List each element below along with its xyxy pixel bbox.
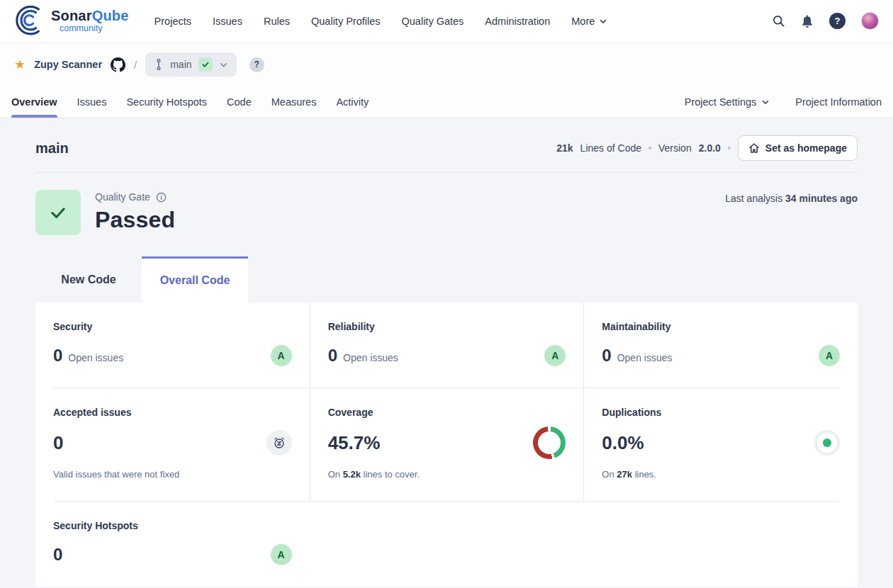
accepted-issues-count[interactable]: 0: [53, 432, 63, 454]
coverage-note: On 5.2k lines to cover.: [328, 469, 566, 480]
sonarqube-logo-icon: [14, 6, 45, 37]
version-label: Version: [658, 142, 692, 154]
lines-of-code-value: 21k: [556, 142, 573, 154]
coverage-metric: Coverage 45.7% On 5.2k lines to cover.: [310, 388, 584, 501]
tab-measures[interactable]: Measures: [271, 86, 317, 118]
nav-administration[interactable]: Administration: [485, 16, 550, 27]
set-as-homepage-button[interactable]: Set as homepage: [738, 135, 858, 161]
notifications-bell-icon[interactable]: [801, 15, 814, 28]
github-icon[interactable]: [111, 57, 125, 72]
version-value: 2.0.0: [699, 142, 721, 154]
chevron-down-icon: [599, 17, 607, 26]
nav-more[interactable]: More: [571, 16, 607, 27]
project-name-link[interactable]: Zupy Scanner: [34, 59, 102, 70]
tab-overview[interactable]: Overview: [11, 86, 57, 118]
branch-selector[interactable]: main: [145, 52, 236, 77]
security-metric: Security 0 Open issues A: [35, 303, 310, 388]
branch-help-icon[interactable]: ?: [249, 57, 264, 72]
duplications-metric: Duplications 0.0% On 27k lines.: [583, 388, 858, 501]
breadcrumb-separator: /: [134, 59, 137, 71]
sonarqube-logo[interactable]: SonarQube community: [14, 6, 129, 37]
quality-gate-passed-icon: [35, 190, 81, 235]
overall-code-panel: Security 0 Open issues A Reliability 0 O…: [35, 303, 858, 587]
maintainability-count-label: Open issues: [617, 352, 673, 363]
tab-overall-code[interactable]: Overall Code: [142, 256, 248, 303]
dot-separator: [728, 147, 731, 149]
nav-rules[interactable]: Rules: [264, 16, 290, 27]
last-analysis: Last analysis 34 minutes ago: [725, 193, 858, 204]
page-title: main: [35, 140, 69, 157]
duplications-note: On 27k lines.: [602, 469, 840, 480]
brand-name: SonarQube: [51, 9, 129, 23]
duplications-value[interactable]: 0.0%: [602, 432, 644, 454]
branch-icon: [154, 58, 164, 71]
security-hotspots-metric: Security Hotspots 0 A: [35, 502, 310, 587]
security-hotspots-rating-badge[interactable]: A: [271, 544, 292, 565]
dot-separator: [648, 147, 651, 149]
maintainability-title: Maintainability: [602, 321, 840, 332]
chevron-down-icon: [219, 60, 228, 69]
accepted-issues-title: Accepted issues: [53, 407, 292, 418]
security-hotspots-title: Security Hotspots: [53, 520, 292, 531]
breadcrumb: ★ Zupy Scanner / main ?: [0, 43, 893, 86]
quality-gate-status: Passed: [95, 207, 175, 233]
duplications-title: Duplications: [602, 407, 840, 418]
overview-page: main 21k Lines of Code Version 2.0.0 Set…: [0, 118, 893, 587]
maintainability-count[interactable]: 0: [602, 346, 611, 366]
reliability-count[interactable]: 0: [328, 346, 337, 366]
snooze-icon: [266, 430, 292, 456]
branch-status-check-icon: [198, 57, 213, 72]
main-nav: Projects Issues Rules Quality Profiles Q…: [155, 16, 608, 27]
tab-activity[interactable]: Activity: [336, 86, 369, 118]
reliability-count-label: Open issues: [343, 352, 398, 363]
coverage-value[interactable]: 45.7%: [328, 432, 381, 454]
branch-name: main: [170, 59, 191, 70]
coverage-donut: [533, 426, 566, 459]
home-icon: [748, 142, 760, 154]
reliability-metric: Reliability 0 Open issues A: [310, 303, 584, 388]
tab-new-code[interactable]: New Code: [35, 256, 142, 303]
tab-issues[interactable]: Issues: [77, 86, 107, 118]
security-title: Security: [53, 321, 292, 332]
code-period-tabs: New Code Overall Code: [35, 256, 858, 303]
help-icon[interactable]: ?: [829, 13, 846, 29]
top-nav: SonarQube community Projects Issues Rule…: [0, 0, 893, 43]
lines-of-code-label: Lines of Code: [580, 142, 641, 154]
tab-code[interactable]: Code: [227, 86, 252, 118]
security-hotspots-count[interactable]: 0: [53, 545, 62, 565]
maintainability-rating-badge[interactable]: A: [819, 345, 840, 366]
nav-quality-profiles[interactable]: Quality Profiles: [311, 16, 381, 27]
reliability-title: Reliability: [328, 321, 566, 332]
maintainability-metric: Maintainability 0 Open issues A: [583, 303, 858, 388]
coverage-title: Coverage: [328, 407, 566, 418]
chevron-down-icon: [761, 98, 770, 106]
project-tabbar: Overview Issues Security Hotspots Code M…: [0, 86, 893, 118]
accepted-issues-metric: Accepted issues 0 Valid issues that were…: [35, 388, 310, 501]
reliability-rating-badge[interactable]: A: [544, 345, 566, 366]
security-rating-badge[interactable]: A: [271, 345, 292, 366]
project-information-link[interactable]: Project Information: [795, 96, 882, 108]
duplications-indicator-icon: [814, 430, 840, 456]
accepted-issues-note: Valid issues that were not fixed: [53, 469, 292, 480]
nav-issues[interactable]: Issues: [213, 16, 242, 27]
tab-security-hotspots[interactable]: Security Hotspots: [126, 86, 207, 118]
project-settings-menu[interactable]: Project Settings: [685, 96, 770, 108]
nav-quality-gates[interactable]: Quality Gates: [402, 16, 464, 27]
search-icon[interactable]: [772, 14, 785, 28]
favorite-star-icon[interactable]: ★: [14, 57, 26, 72]
brand-edition: community: [60, 24, 129, 33]
user-avatar[interactable]: [861, 12, 879, 30]
security-count-label: Open issues: [68, 352, 123, 363]
info-icon[interactable]: [156, 192, 167, 203]
quality-gate-label: Quality Gate: [95, 191, 150, 203]
security-count[interactable]: 0: [53, 346, 62, 366]
nav-projects[interactable]: Projects: [155, 16, 191, 27]
